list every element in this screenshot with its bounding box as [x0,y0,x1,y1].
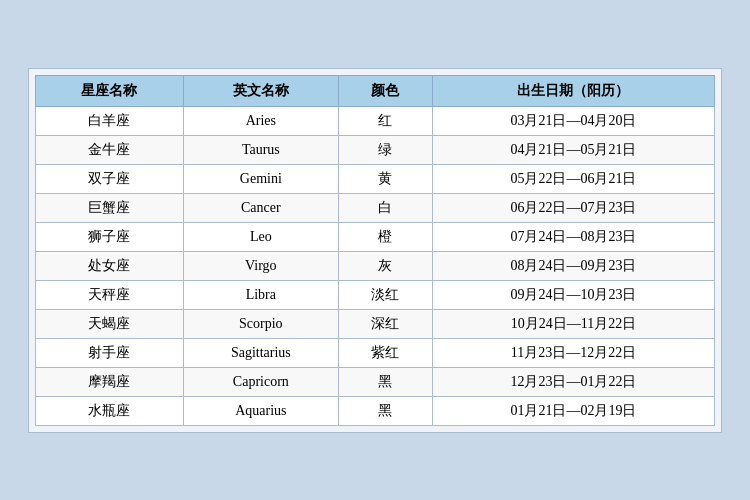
cell-date: 06月22日—07月23日 [432,193,714,222]
cell-english: Gemini [183,164,338,193]
zodiac-table-container: 星座名称 英文名称 颜色 出生日期（阳历） 白羊座Aries红03月21日—04… [28,68,722,433]
header-date: 出生日期（阳历） [432,75,714,106]
cell-color: 灰 [338,251,432,280]
table-row: 金牛座Taurus绿04月21日—05月21日 [36,135,715,164]
table-row: 白羊座Aries红03月21日—04月20日 [36,106,715,135]
cell-chinese: 天蝎座 [36,309,184,338]
cell-color: 黄 [338,164,432,193]
cell-date: 03月21日—04月20日 [432,106,714,135]
cell-color: 黑 [338,367,432,396]
cell-date: 08月24日—09月23日 [432,251,714,280]
cell-english: Aries [183,106,338,135]
cell-chinese: 双子座 [36,164,184,193]
zodiac-table: 星座名称 英文名称 颜色 出生日期（阳历） 白羊座Aries红03月21日—04… [35,75,715,426]
cell-english: Cancer [183,193,338,222]
table-row: 摩羯座Capricorn黑12月23日—01月22日 [36,367,715,396]
cell-chinese: 巨蟹座 [36,193,184,222]
cell-color: 橙 [338,222,432,251]
cell-color: 黑 [338,396,432,425]
table-row: 水瓶座Aquarius黑01月21日—02月19日 [36,396,715,425]
table-row: 双子座Gemini黄05月22日—06月21日 [36,164,715,193]
cell-english: Aquarius [183,396,338,425]
cell-date: 05月22日—06月21日 [432,164,714,193]
table-row: 天秤座Libra淡红09月24日—10月23日 [36,280,715,309]
cell-date: 10月24日—11月22日 [432,309,714,338]
cell-color: 淡红 [338,280,432,309]
cell-color: 紫红 [338,338,432,367]
cell-color: 红 [338,106,432,135]
cell-chinese: 射手座 [36,338,184,367]
cell-date: 07月24日—08月23日 [432,222,714,251]
table-row: 巨蟹座Cancer白06月22日—07月23日 [36,193,715,222]
cell-date: 09月24日—10月23日 [432,280,714,309]
cell-english: Leo [183,222,338,251]
cell-chinese: 天秤座 [36,280,184,309]
cell-date: 12月23日—01月22日 [432,367,714,396]
table-row: 处女座Virgo灰08月24日—09月23日 [36,251,715,280]
cell-chinese: 处女座 [36,251,184,280]
header-chinese: 星座名称 [36,75,184,106]
cell-chinese: 摩羯座 [36,367,184,396]
cell-chinese: 白羊座 [36,106,184,135]
cell-chinese: 狮子座 [36,222,184,251]
cell-chinese: 金牛座 [36,135,184,164]
table-row: 天蝎座Scorpio深红10月24日—11月22日 [36,309,715,338]
cell-color: 白 [338,193,432,222]
cell-date: 11月23日—12月22日 [432,338,714,367]
cell-color: 绿 [338,135,432,164]
header-english: 英文名称 [183,75,338,106]
cell-english: Scorpio [183,309,338,338]
cell-date: 04月21日—05月21日 [432,135,714,164]
table-header-row: 星座名称 英文名称 颜色 出生日期（阳历） [36,75,715,106]
cell-english: Libra [183,280,338,309]
table-row: 射手座Sagittarius紫红11月23日—12月22日 [36,338,715,367]
cell-english: Taurus [183,135,338,164]
cell-english: Sagittarius [183,338,338,367]
table-row: 狮子座Leo橙07月24日—08月23日 [36,222,715,251]
cell-color: 深红 [338,309,432,338]
cell-date: 01月21日—02月19日 [432,396,714,425]
cell-chinese: 水瓶座 [36,396,184,425]
header-color: 颜色 [338,75,432,106]
cell-english: Virgo [183,251,338,280]
cell-english: Capricorn [183,367,338,396]
